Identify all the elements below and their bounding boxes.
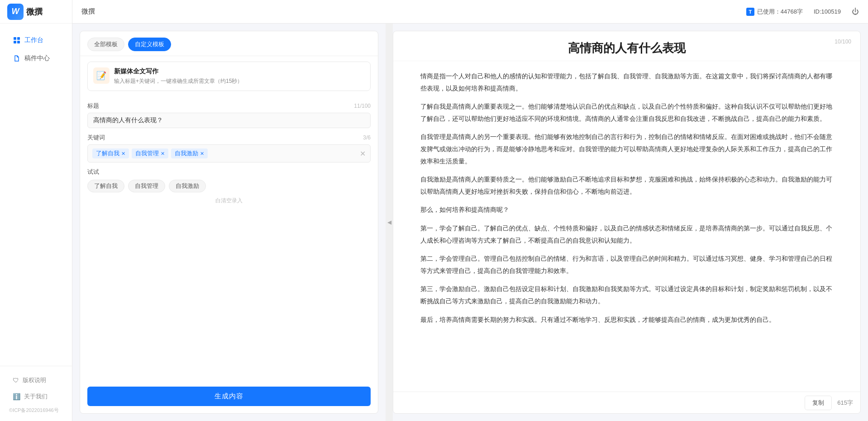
sidebar-bottom: 🛡 版权说明 ℹ️ 关于我们 ©ICP备2022016946号 <box>0 366 72 421</box>
info-icon: ℹ️ <box>13 393 20 400</box>
power-icon[interactable]: ⏻ <box>852 8 859 16</box>
keyword-counter: 3/6 <box>363 134 371 141</box>
keyword-tag-text-1: 自我管理 <box>135 149 159 158</box>
article-para-7: 第三，学会激励自己。激励自己包括设定目标和计划、自我激励和自我奖励等方式。可以通… <box>420 283 833 307</box>
generate-btn[interactable]: 生成内容 <box>87 387 371 406</box>
template-card[interactable]: 📝 新媒体全文写作 输入标题+关键词，一键准确生成所需文章（约15秒） <box>87 62 371 91</box>
article-counter: 10/100 <box>835 38 851 45</box>
suggestion-chip-0[interactable]: 了解自我 <box>87 180 124 192</box>
tabs-row: 全部模板 自定义模板 <box>80 31 378 56</box>
collapse-icon: ◀ <box>387 219 391 225</box>
tab-all-templates[interactable]: 全部模板 <box>87 38 124 51</box>
keyword-tag-close-1[interactable]: ✕ <box>161 151 165 157</box>
sidebar-drafts-label: 稿件中心 <box>24 54 50 62</box>
section-label: 试试 <box>87 168 371 176</box>
article-footer: 复制 615字 <box>393 392 860 413</box>
article-para-3: 自我激励是高情商人的重要特质之一。他们能够激励自己不断地追求目标和梦想，克服困难… <box>420 173 833 197</box>
logo-icon: W <box>7 4 24 20</box>
form-section: 标题 11/100 关键词 3/6 了解自我 ✕ 自我管理 ✕ <box>80 96 378 381</box>
sidebar-item-copyright[interactable]: 🛡 版权说明 <box>4 373 68 388</box>
keyword-box: 了解自我 ✕ 自我管理 ✕ 自我激励 ✕ ✕ <box>87 144 371 163</box>
shield-icon: 🛡 <box>13 377 19 384</box>
svg-rect-1 <box>17 37 20 40</box>
article-para-1: 了解自我是高情商人的重要表现之一。他们能够清楚地认识自己的优点和缺点，以及自己的… <box>420 100 833 124</box>
logo-text: 微撰 <box>26 6 43 17</box>
grid-icon <box>13 36 21 44</box>
sidebar-item-drafts[interactable]: 稿件中心 <box>4 50 68 67</box>
left-panel: 全部模板 自定义模板 📝 新媒体全文写作 输入标题+关键词，一键准确生成所需文章… <box>80 31 378 414</box>
content-area: 全部模板 自定义模板 📝 新媒体全文写作 输入标题+关键词，一键准确生成所需文章… <box>72 24 868 421</box>
sidebar-item-about[interactable]: ℹ️ 关于我们 <box>4 389 68 404</box>
keyword-tag-close-2[interactable]: ✕ <box>200 151 204 157</box>
about-label: 关于我们 <box>24 392 48 401</box>
usage-info: T 已使用：44768字 <box>746 8 803 16</box>
file-icon <box>13 54 21 62</box>
keyword-clear-btn[interactable]: ✕ <box>360 149 366 158</box>
article-para-5: 第一，学会了解自己。了解自己的优点、缺点、个性特质和偏好，以及自己的情感状态和情… <box>420 222 833 246</box>
keyword-tag-0[interactable]: 了解自我 ✕ <box>92 148 129 158</box>
article-container: 高情商的人有什么表现 10/100 情商是指一个人对自己和他人的感情的认知和管理… <box>393 31 861 414</box>
article-para-4: 那么，如何培养和提高情商呢？ <box>420 204 833 216</box>
keyword-tag-2[interactable]: 自我激励 ✕ <box>171 148 208 158</box>
template-desc: 输入标题+关键词，一键准确生成所需文章（约15秒） <box>114 77 365 85</box>
article-para-6: 第二，学会管理自己。管理自己包括控制自己的情绪、行为和言语，以及管理自己的时间和… <box>420 253 833 277</box>
keyword-label: 关键词 <box>87 134 105 142</box>
suggestion-row: 了解自我 自我管理 自我激励 <box>87 180 371 192</box>
clear-hint: 白清空录入 <box>87 197 371 205</box>
svg-rect-2 <box>14 41 16 43</box>
copy-button[interactable]: 复制 <box>805 396 832 410</box>
topbar: 微撰 T 已使用：44768字 ID:100519 ⏻ <box>72 0 868 24</box>
topbar-right: T 已使用：44768字 ID:100519 ⏻ <box>746 8 859 16</box>
sidebar-nav: 工作台 稿件中心 <box>0 24 72 366</box>
usage-icon: T <box>746 8 754 16</box>
article-para-8: 最后，培养高情商需要长期的努力和实践。只有通过不断地学习、反思和实践，才能够提高… <box>420 314 833 326</box>
keyword-tag-text-2: 自我激励 <box>175 149 198 158</box>
id-info: ID:100519 <box>814 8 841 15</box>
collapse-handle[interactable]: ◀ <box>386 24 393 421</box>
article-header: 高情商的人有什么表现 10/100 <box>393 31 860 61</box>
keyword-tag-1[interactable]: 自我管理 ✕ <box>132 148 168 158</box>
title-counter: 11/100 <box>354 103 371 109</box>
suggestion-chip-2[interactable]: 自我激励 <box>169 180 206 192</box>
svg-rect-3 <box>17 41 20 43</box>
sidebar-item-workbench[interactable]: 工作台 <box>4 32 68 49</box>
article-para-0: 情商是指一个人对自己和他人的感情的认知和管理能力，包括了解自我、自我管理、自我激… <box>420 70 833 94</box>
title-input[interactable] <box>87 113 371 128</box>
template-name: 新媒体全文写作 <box>114 67 365 76</box>
usage-label: 已使用：44768字 <box>757 8 803 16</box>
right-panel: 高情商的人有什么表现 10/100 情商是指一个人对自己和他人的感情的认知和管理… <box>393 31 861 414</box>
keyword-label-row: 关键词 3/6 <box>87 134 371 142</box>
suggestion-chip-1[interactable]: 自我管理 <box>128 180 165 192</box>
word-count: 615字 <box>837 399 853 407</box>
sidebar-workbench-label: 工作台 <box>24 36 43 44</box>
template-icon: 📝 <box>93 67 110 84</box>
copyright-label: 版权说明 <box>23 376 46 384</box>
title-label: 标题 <box>87 102 99 110</box>
logo-area: W 微撰 <box>0 0 72 24</box>
article-title: 高情商的人有什么表现 <box>420 40 833 56</box>
sidebar: W 微撰 工作台 稿件中心 🛡 版权说明 <box>0 0 72 421</box>
topbar-title: 微撰 <box>81 7 95 16</box>
article-para-2: 自我管理是高情商人的另一个重要表现。他们能够有效地控制自己的言行和行为，控制自己… <box>420 131 833 167</box>
icp-text: ©ICP备2022016946号 <box>0 405 72 417</box>
title-label-row: 标题 11/100 <box>87 102 371 110</box>
tab-custom-templates[interactable]: 自定义模板 <box>128 38 171 51</box>
keyword-tag-text-0: 了解自我 <box>96 149 119 158</box>
main-area: 微撰 T 已使用：44768字 ID:100519 ⏻ 全部模板 自定义模板 📝… <box>72 0 868 421</box>
article-body: 情商是指一个人对自己和他人的感情的认知和管理能力，包括了解自我、自我管理、自我激… <box>393 61 860 392</box>
svg-rect-0 <box>14 37 16 40</box>
template-info: 新媒体全文写作 输入标题+关键词，一键准确生成所需文章（约15秒） <box>114 67 365 85</box>
keyword-tag-close-0[interactable]: ✕ <box>121 151 125 157</box>
